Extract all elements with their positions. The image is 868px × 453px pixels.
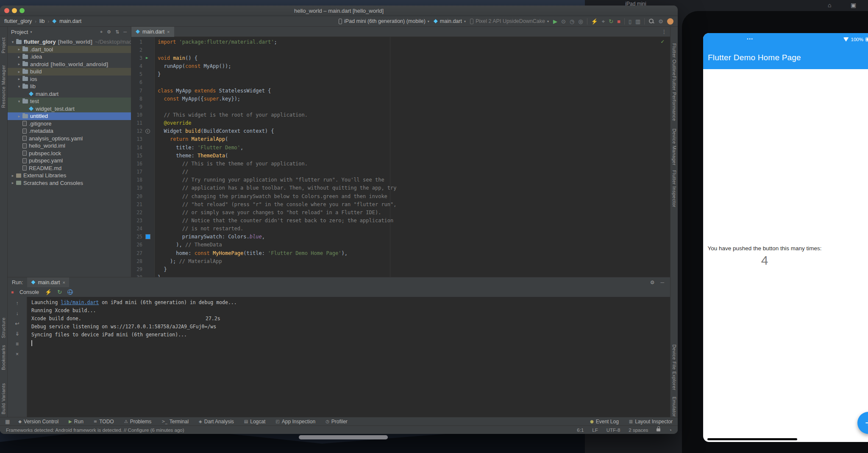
tree-item-build[interactable]: ▸build	[8, 68, 131, 76]
line-separator[interactable]: LF	[592, 428, 598, 433]
project-view-label[interactable]: Project	[11, 29, 28, 35]
code-line[interactable]: 21 // "hot reload" (press "r" in the con…	[131, 200, 670, 208]
code-line[interactable]: 22 // or simply save your changes to "ho…	[131, 208, 670, 216]
toolbar-coverage-icon[interactable]: ◎	[578, 19, 583, 24]
tool-button-layout-inspector[interactable]: ▥Layout Inspector	[629, 419, 673, 425]
tool-button-version-control[interactable]: ◆Version Control	[18, 419, 58, 425]
tool-window-button-device-file-explorer[interactable]: Device File Explorer	[672, 344, 677, 390]
stop-process-icon[interactable]: ■	[11, 290, 14, 294]
code-line[interactable]: 17 //	[131, 168, 670, 176]
code-line[interactable]: 10 // This widget is the root of your ap…	[131, 111, 670, 119]
code-line[interactable]: 26 ), // ThemeData	[131, 241, 670, 249]
code-line[interactable]: 19 // application has a blue toolbar. Th…	[131, 184, 670, 192]
tree-item-pubspec-lock[interactable]: pubspec.lock	[8, 150, 131, 157]
hot-restart-icon[interactable]: ↻	[57, 289, 62, 295]
title-bar[interactable]: hello_world – main.dart [hello_world]	[0, 6, 678, 16]
code-line[interactable]: 14 title: 'Flutter Demo',	[131, 143, 670, 151]
toolbar-stop-icon[interactable]: ■	[617, 19, 620, 24]
tool-button-app-inspection[interactable]: ◰App Inspection	[275, 419, 315, 425]
console-tab[interactable]: Console	[19, 289, 39, 295]
hide-panel-icon[interactable]: ─	[660, 280, 664, 285]
code-line[interactable]: 18 // Try running your application with …	[131, 176, 670, 184]
code-line[interactable]: 2	[131, 46, 670, 54]
code-line[interactable]: 7class MyApp extends StatelessWidget {	[131, 87, 670, 95]
background-tasks-icon[interactable]: ◔	[669, 428, 672, 433]
avd-selector[interactable]: Pixel 2 API UpsideDownCake ▾	[470, 18, 549, 24]
tool-window-button-device-manager[interactable]: Device Manager	[672, 129, 677, 165]
code-line[interactable]: 6	[131, 78, 670, 87]
code-line[interactable]: 9	[131, 103, 670, 111]
code-line[interactable]: 23 // Notice that the counter didn't res…	[131, 216, 670, 224]
toolbar-run-icon[interactable]: ▶	[553, 19, 557, 24]
lock-icon[interactable]	[657, 428, 660, 431]
tool-window-button-build-variants[interactable]: Build Variants	[1, 383, 6, 414]
code-line[interactable]: 1import 'package:flutter/material.dart';	[131, 38, 670, 46]
tree-item-readme-md[interactable]: README.md	[8, 165, 131, 172]
code-line[interactable]: 4 runApp(const MyApp());	[131, 62, 670, 70]
tree-item-metadata[interactable]: .metadata	[8, 127, 131, 135]
toolbar-layout-inspector-icon[interactable]: ▥	[635, 19, 640, 24]
tool-window-button-flutter-performance[interactable]: Flutter Performance	[672, 76, 677, 121]
code-line[interactable]: 29 }	[131, 265, 670, 273]
toolbar-device-mirror-icon[interactable]: ▯	[629, 19, 632, 24]
code-line[interactable]: 24 // is not restarted.	[131, 225, 670, 233]
code-line[interactable]: 25 primarySwatch: Colors.blue,	[131, 233, 670, 241]
override-marker-icon[interactable]: ↑	[145, 129, 150, 134]
code-editor[interactable]: 1import 'package:flutter/material.dart';…	[131, 37, 670, 277]
code-line[interactable]: 27 home: const MyHomePage(title: 'Flutte…	[131, 249, 670, 257]
home-indicator[interactable]	[707, 438, 797, 440]
tree-item-dart-tool[interactable]: ▸.dart_tool	[8, 46, 131, 53]
tool-button-terminal[interactable]: >_Terminal	[161, 419, 189, 425]
tree-item-external-libraries[interactable]: ▸External Libraries	[8, 172, 131, 179]
expand-collapse-icon[interactable]: ⇅	[115, 29, 119, 35]
tool-button-todo[interactable]: ≡TODO	[94, 419, 114, 425]
tree-item-ios[interactable]: ▸ios	[8, 76, 131, 83]
tree-item-scratches-and-consoles[interactable]: ▸Scratches and Consoles	[8, 179, 131, 187]
indent-style[interactable]: 2 spaces	[629, 428, 648, 433]
tree-item-untitled[interactable]: ▸untitled	[8, 112, 131, 120]
open-devtools-icon[interactable]	[67, 289, 73, 295]
toolbar-hot-reload-icon[interactable]: ⚡	[591, 19, 598, 24]
code-line[interactable]: 11 @override	[131, 119, 670, 127]
tree-item-hello-world-iml[interactable]: hello_world.iml	[8, 142, 131, 150]
color-preview-icon[interactable]	[145, 234, 150, 239]
down-stack-trace-icon[interactable]: ↓	[16, 310, 19, 316]
tool-button-run[interactable]: ▶Run	[69, 419, 83, 425]
tree-item-main-dart[interactable]: main.dart	[8, 90, 131, 98]
breadcrumb-item-flutter-glory[interactable]: flutter_glory	[4, 18, 32, 24]
tool-button-logcat[interactable]: ▤Logcat	[244, 419, 265, 425]
tool-window-button-resource-manager[interactable]: Resource Manager	[1, 65, 6, 108]
fab-increment-button[interactable]: +	[857, 412, 868, 434]
multitasking-indicator[interactable]: •••	[747, 37, 753, 41]
code-line[interactable]: 30}	[131, 274, 670, 277]
file-encoding[interactable]: UTF-8	[606, 428, 620, 433]
toolbar-debug-icon[interactable]: ⊙	[561, 19, 566, 24]
tree-item-pubspec-yaml[interactable]: pubspec.yaml	[8, 157, 131, 165]
zoom-window-button[interactable]	[19, 8, 25, 13]
tab-options-icon[interactable]: ⋮	[662, 29, 667, 35]
tree-item-flutter-glory[interactable]: ▾flutter_glory[hello_world]~/Desktop/mac…	[8, 38, 131, 46]
tool-window-switcher-icon[interactable]: ▦	[5, 419, 10, 425]
console-file-link[interactable]: lib/main.dart	[61, 299, 99, 305]
tool-window-button-structure[interactable]: Structure	[1, 317, 6, 338]
up-stack-trace-icon[interactable]: ↑	[16, 300, 19, 306]
locate-file-icon[interactable]: ⌖	[100, 29, 103, 35]
tree-item-lib[interactable]: ▾lib	[8, 83, 131, 90]
toolbar-settings-icon[interactable]: ⚙	[658, 19, 663, 24]
run-tab-main-dart[interactable]: main.dart ×	[27, 277, 69, 287]
code-line[interactable]: 12↑ Widget build(BuildContext context) {	[131, 127, 670, 135]
tree-item-analysis-options-yaml[interactable]: analysis_options.yaml	[8, 135, 131, 143]
code-line[interactable]: 8 const MyApp({super.key});	[131, 95, 670, 103]
toolbar-attach-debugger-icon[interactable]: ⌖	[602, 19, 605, 24]
tool-window-button-emulator[interactable]: Emulator	[672, 397, 677, 417]
close-tab-icon[interactable]: ×	[167, 29, 170, 34]
code-line[interactable]: 5}	[131, 70, 670, 78]
device-selector[interactable]: iPad mini (6th generation) (mobile) ▾	[339, 18, 429, 24]
code-line[interactable]: 16 // This is the theme of your applicat…	[131, 159, 670, 168]
run-settings-icon[interactable]: ⚙	[650, 280, 655, 285]
run-line-icon[interactable]: ▶	[146, 56, 148, 60]
settings-icon[interactable]: ⚙	[107, 29, 111, 35]
editor-tab-main-dart[interactable]: main.dart ×	[131, 27, 174, 37]
scroll-to-end-icon[interactable]: ⇓	[15, 331, 19, 337]
code-line[interactable]: 3▶void main() {	[131, 54, 670, 62]
